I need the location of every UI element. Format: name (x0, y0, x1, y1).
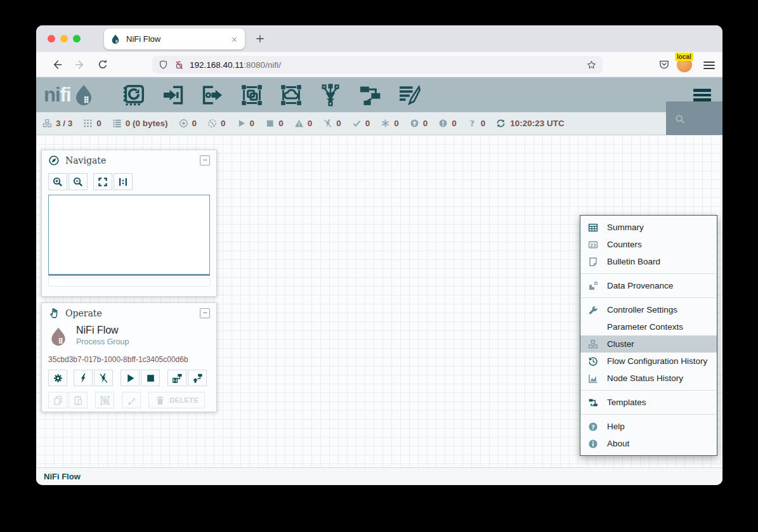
upload-template-button[interactable] (188, 370, 207, 386)
menu-item-bulletin-board[interactable]: Bulletin Board (580, 253, 717, 270)
locally-modified-stale-icon (438, 119, 448, 128)
start-button[interactable] (121, 370, 140, 386)
url-host: 192.168.40.11 (190, 60, 244, 70)
copy-button[interactable] (48, 392, 67, 408)
sync-failure-icon: ? (467, 119, 477, 128)
browser-menu-button[interactable] (703, 60, 715, 71)
disabled-icon (323, 119, 332, 128)
maximize-window-button[interactable] (73, 35, 81, 42)
menu-item-help[interactable]: ?Help (580, 418, 717, 435)
paste-button[interactable] (69, 392, 88, 408)
save-template-button[interactable] (167, 370, 186, 386)
status-disabled-count: 0 (336, 119, 341, 128)
output-port-toolbar-button[interactable] (200, 83, 225, 107)
logo-text-ni: ni (44, 84, 60, 107)
breadcrumb-root-link[interactable]: NiFi Flow (44, 472, 81, 481)
menu-item-counters[interactable]: 23Counters (580, 236, 717, 253)
tab-close-icon[interactable] (230, 35, 239, 43)
lightning-icon (78, 373, 89, 384)
insecure-lock-icon[interactable] (174, 60, 185, 70)
enable-button[interactable] (74, 370, 93, 386)
menu-item-label: Help (607, 422, 625, 431)
label-toolbar-button[interactable] (397, 83, 421, 107)
menu-item-label: Node Status History (607, 373, 683, 383)
back-button[interactable] (51, 58, 63, 71)
menu-item-templates[interactable]: Templates (580, 394, 717, 411)
funnel-icon (318, 98, 343, 109)
zoom-actual-icon (117, 176, 129, 188)
input-port-toolbar-button[interactable] (161, 83, 185, 107)
status-search-area[interactable] (666, 101, 722, 135)
operate-panel: Operate − NiFi Flow Process Group 35cbd3… (41, 302, 217, 412)
delete-button[interactable]: DELETE (148, 392, 205, 408)
group-button[interactable] (95, 392, 114, 408)
menu-item-cluster[interactable]: Cluster (580, 335, 717, 353)
refresh-control[interactable]: 10:20:23 UTC (496, 119, 565, 128)
minimize-window-button[interactable] (60, 35, 68, 42)
configuration-button[interactable] (48, 370, 67, 386)
remote-process-group-toolbar-button[interactable] (279, 83, 303, 107)
global-menu-button[interactable] (693, 87, 711, 103)
cluster-icon (588, 339, 599, 349)
zoom-actual-button[interactable] (114, 173, 133, 190)
birdseye-map[interactable] (48, 195, 210, 276)
locally-modified-icon (381, 119, 390, 128)
url-bar[interactable]: 192.168.40.11:8080/nifi/ (152, 56, 603, 74)
nifi-drop-icon (72, 84, 95, 107)
flow-canvas[interactable]: Navigate − Operate − NiFi Flow Process G… (36, 135, 722, 467)
status-locally-modified-stale: 0 (438, 119, 457, 128)
forward-button[interactable] (74, 58, 86, 71)
template-toolbar-button[interactable] (358, 83, 382, 107)
refresh-icon (496, 119, 506, 128)
menu-item-flow-configuration-history[interactable]: Flow Configuration History (580, 353, 717, 370)
trash-icon (155, 395, 166, 406)
reload-button[interactable] (96, 58, 109, 71)
global-menu: Summary23CountersBulletin BoardData Prov… (580, 215, 717, 456)
status-invalid: 0 (294, 119, 313, 128)
fill-color-button[interactable] (122, 392, 141, 408)
menu-item-controller-settings[interactable]: Controller Settings (580, 301, 717, 318)
operate-row-1 (48, 370, 216, 386)
birdseye-brush[interactable] (48, 278, 210, 287)
zoom-out-button[interactable] (69, 173, 88, 190)
close-window-button[interactable] (48, 35, 55, 42)
controller-settings-icon (588, 305, 599, 315)
menu-item-summary[interactable]: Summary (580, 219, 717, 236)
status-stopped: 0 (265, 119, 284, 128)
menu-item-about[interactable]: About (580, 435, 717, 452)
status-queued-count: 0 (0 bytes) (126, 119, 168, 128)
transmitting-icon (179, 119, 188, 128)
menu-item-parameter-contexts[interactable]: Parameter Contexts (580, 318, 717, 335)
navigate-buttons (48, 173, 216, 190)
zoom-fit-button[interactable] (93, 173, 112, 190)
browser-tab[interactable]: NiFi Flow (104, 29, 245, 49)
menu-item-data-provenance[interactable]: Data Provenance (580, 277, 717, 294)
stop-button[interactable] (141, 370, 160, 386)
profile-avatar[interactable]: local (677, 57, 692, 72)
processor-toolbar-button[interactable] (122, 83, 146, 107)
disable-button[interactable] (94, 370, 113, 386)
navigate-collapse-button[interactable]: − (200, 155, 210, 165)
process-group-toolbar-button[interactable] (240, 83, 264, 107)
nifi-logo: nifi (44, 84, 95, 107)
menu-item-node-status-history[interactable]: Node Status History (580, 370, 717, 387)
navigate-panel-header: Navigate − (42, 150, 216, 171)
svg-text:?: ? (470, 119, 474, 128)
funnel-toolbar-button[interactable] (318, 83, 343, 107)
breadcrumb-bar: NiFi Flow (36, 467, 722, 485)
menu-item-spacer (588, 322, 599, 332)
up-to-date-icon (352, 119, 362, 128)
new-tab-button[interactable] (254, 33, 266, 44)
save-template-icon (172, 373, 183, 384)
status-items: 3 / 300 (0 bytes)0000000000?0 (42, 119, 496, 128)
process-group-icon (240, 98, 264, 109)
browser-window: NiFi Flow 192.168.40.11:8080/nifi/ local… (36, 25, 722, 485)
flow-configuration-history-icon (588, 356, 599, 367)
pocket-icon[interactable] (658, 58, 670, 71)
shield-icon[interactable] (158, 60, 169, 70)
operate-collapse-button[interactable]: − (200, 308, 210, 318)
help-icon: ? (588, 422, 599, 432)
menu-item-label: Cluster (607, 339, 634, 349)
bookmark-star-icon[interactable] (586, 60, 597, 70)
zoom-in-button[interactable] (48, 173, 67, 190)
